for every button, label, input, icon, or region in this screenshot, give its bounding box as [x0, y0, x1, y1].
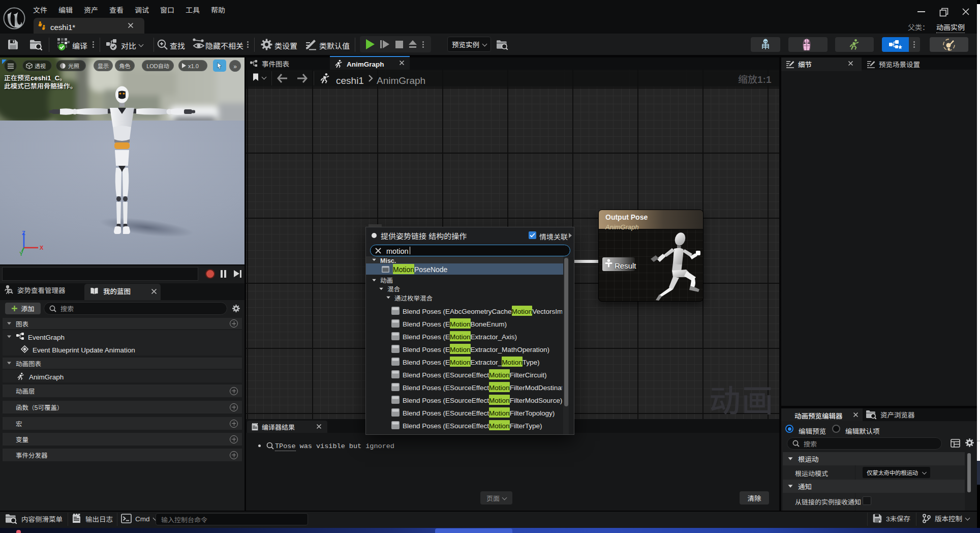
svg-text:Z: Z — [22, 230, 25, 236]
svg-text:Y: Y — [19, 251, 23, 257]
svg-text:X: X — [40, 245, 44, 251]
